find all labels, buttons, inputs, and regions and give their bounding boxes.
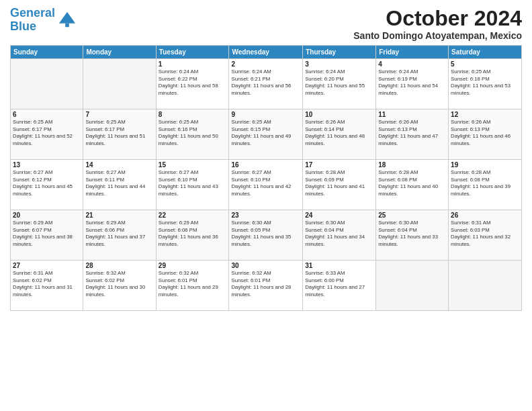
title-block: October 2024 Santo Domingo Atoyatempan, … — [353, 7, 522, 41]
day-info: Sunrise: 6:30 AMSunset: 6:04 PMDaylight:… — [378, 220, 446, 248]
col-wednesday: Wednesday — [229, 46, 303, 59]
table-row: 30Sunrise: 6:32 AMSunset: 6:01 PMDayligh… — [229, 261, 303, 311]
day-number: 20 — [13, 212, 81, 219]
svg-rect-1 — [65, 23, 69, 27]
table-row: 26Sunrise: 6:31 AMSunset: 6:03 PMDayligh… — [449, 210, 522, 261]
table-row: 24Sunrise: 6:30 AMSunset: 6:04 PMDayligh… — [303, 210, 376, 261]
calendar-week-row: 1Sunrise: 6:24 AMSunset: 6:22 PMDaylight… — [11, 59, 522, 109]
col-thursday: Thursday — [303, 46, 376, 59]
svg-marker-0 — [59, 12, 75, 24]
table-row: 8Sunrise: 6:25 AMSunset: 6:16 PMDaylight… — [156, 109, 229, 160]
header: General Blue October 2024 Santo Domingo … — [10, 7, 522, 41]
table-row: 3Sunrise: 6:24 AMSunset: 6:20 PMDaylight… — [303, 59, 376, 109]
day-info: Sunrise: 6:24 AMSunset: 6:19 PMDaylight:… — [378, 68, 446, 97]
day-info: Sunrise: 6:30 AMSunset: 6:04 PMDaylight:… — [305, 220, 373, 248]
day-number: 8 — [159, 111, 227, 118]
table-row: 1Sunrise: 6:24 AMSunset: 6:22 PMDaylight… — [156, 59, 229, 109]
day-info: Sunrise: 6:25 AMSunset: 6:18 PMDaylight:… — [451, 68, 519, 97]
calendar-week-row: 20Sunrise: 6:29 AMSunset: 6:07 PMDayligh… — [11, 210, 522, 261]
day-info: Sunrise: 6:28 AMSunset: 6:09 PMDaylight:… — [305, 169, 373, 197]
day-number: 19 — [451, 161, 519, 169]
table-row: 25Sunrise: 6:30 AMSunset: 6:04 PMDayligh… — [376, 210, 449, 261]
day-info: Sunrise: 6:29 AMSunset: 6:06 PMDaylight:… — [159, 220, 227, 248]
location-title: Santo Domingo Atoyatempan, Mexico — [353, 30, 522, 41]
table-row: 12Sunrise: 6:26 AMSunset: 6:13 PMDayligh… — [449, 109, 522, 160]
day-number: 14 — [85, 161, 153, 169]
col-sunday: Sunday — [11, 46, 83, 59]
day-info: Sunrise: 6:28 AMSunset: 6:08 PMDaylight:… — [378, 169, 446, 197]
day-info: Sunrise: 6:25 AMSunset: 6:15 PMDaylight:… — [231, 119, 300, 147]
day-info: Sunrise: 6:26 AMSunset: 6:13 PMDaylight:… — [378, 119, 446, 147]
month-title: October 2024 — [353, 7, 522, 30]
table-row — [83, 59, 156, 109]
table-row — [11, 59, 83, 109]
day-info: Sunrise: 6:33 AMSunset: 6:00 PMDaylight:… — [305, 270, 373, 298]
day-info: Sunrise: 6:24 AMSunset: 6:21 PMDaylight:… — [231, 68, 300, 97]
day-info: Sunrise: 6:25 AMSunset: 6:17 PMDaylight:… — [13, 119, 81, 147]
day-info: Sunrise: 6:29 AMSunset: 6:06 PMDaylight:… — [85, 220, 153, 248]
table-row: 20Sunrise: 6:29 AMSunset: 6:07 PMDayligh… — [11, 210, 83, 261]
table-row: 19Sunrise: 6:28 AMSunset: 6:08 PMDayligh… — [449, 160, 522, 210]
col-tuesday: Tuesday — [156, 46, 229, 59]
day-info: Sunrise: 6:27 AMSunset: 6:10 PMDaylight:… — [231, 169, 300, 197]
table-row: 9Sunrise: 6:25 AMSunset: 6:15 PMDaylight… — [229, 109, 303, 160]
day-info: Sunrise: 6:32 AMSunset: 6:01 PMDaylight:… — [231, 270, 300, 298]
col-saturday: Saturday — [449, 46, 522, 59]
table-row: 6Sunrise: 6:25 AMSunset: 6:17 PMDaylight… — [11, 109, 83, 160]
day-number: 30 — [231, 262, 300, 269]
day-number: 3 — [305, 60, 373, 68]
day-number: 10 — [305, 111, 373, 118]
day-info: Sunrise: 6:31 AMSunset: 6:03 PMDaylight:… — [451, 220, 519, 248]
table-row: 13Sunrise: 6:27 AMSunset: 6:12 PMDayligh… — [11, 160, 83, 210]
day-number: 17 — [305, 161, 373, 169]
day-number: 11 — [378, 111, 446, 118]
day-number: 28 — [85, 262, 153, 269]
table-row: 22Sunrise: 6:29 AMSunset: 6:06 PMDayligh… — [156, 210, 229, 261]
day-number: 29 — [159, 262, 227, 269]
day-info: Sunrise: 6:26 AMSunset: 6:13 PMDaylight:… — [451, 119, 519, 147]
day-info: Sunrise: 6:32 AMSunset: 6:02 PMDaylight:… — [85, 270, 153, 298]
logo: General Blue — [10, 7, 77, 34]
table-row: 2Sunrise: 6:24 AMSunset: 6:21 PMDaylight… — [229, 59, 303, 109]
table-row: 5Sunrise: 6:25 AMSunset: 6:18 PMDaylight… — [449, 59, 522, 109]
table-row: 17Sunrise: 6:28 AMSunset: 6:09 PMDayligh… — [303, 160, 376, 210]
day-number: 16 — [231, 161, 300, 169]
table-row: 29Sunrise: 6:32 AMSunset: 6:01 PMDayligh… — [156, 261, 229, 311]
day-info: Sunrise: 6:27 AMSunset: 6:10 PMDaylight:… — [159, 169, 227, 197]
day-info: Sunrise: 6:24 AMSunset: 6:22 PMDaylight:… — [159, 68, 227, 97]
day-number: 27 — [13, 262, 81, 269]
day-number: 9 — [231, 111, 300, 118]
day-number: 23 — [231, 212, 300, 219]
day-info: Sunrise: 6:29 AMSunset: 6:07 PMDaylight:… — [13, 220, 81, 248]
logo-icon — [58, 11, 77, 30]
table-row — [376, 261, 449, 311]
day-number: 1 — [159, 60, 227, 68]
table-row: 14Sunrise: 6:27 AMSunset: 6:11 PMDayligh… — [83, 160, 156, 210]
day-number: 7 — [85, 111, 153, 118]
day-number: 31 — [305, 262, 373, 269]
day-info: Sunrise: 6:25 AMSunset: 6:16 PMDaylight:… — [159, 119, 227, 147]
day-number: 26 — [451, 212, 519, 219]
calendar-week-row: 13Sunrise: 6:27 AMSunset: 6:12 PMDayligh… — [11, 160, 522, 210]
day-number: 2 — [231, 60, 300, 68]
day-info: Sunrise: 6:24 AMSunset: 6:20 PMDaylight:… — [305, 68, 373, 97]
table-row: 31Sunrise: 6:33 AMSunset: 6:00 PMDayligh… — [303, 261, 376, 311]
table-row: 10Sunrise: 6:26 AMSunset: 6:14 PMDayligh… — [303, 109, 376, 160]
table-row: 15Sunrise: 6:27 AMSunset: 6:10 PMDayligh… — [156, 160, 229, 210]
table-row: 4Sunrise: 6:24 AMSunset: 6:19 PMDaylight… — [376, 59, 449, 109]
table-row: 21Sunrise: 6:29 AMSunset: 6:06 PMDayligh… — [83, 210, 156, 261]
day-info: Sunrise: 6:28 AMSunset: 6:08 PMDaylight:… — [451, 169, 519, 197]
table-row: 28Sunrise: 6:32 AMSunset: 6:02 PMDayligh… — [83, 261, 156, 311]
col-friday: Friday — [376, 46, 449, 59]
table-row: 7Sunrise: 6:25 AMSunset: 6:17 PMDaylight… — [83, 109, 156, 160]
table-row: 18Sunrise: 6:28 AMSunset: 6:08 PMDayligh… — [376, 160, 449, 210]
table-row — [449, 261, 522, 311]
day-info: Sunrise: 6:27 AMSunset: 6:12 PMDaylight:… — [13, 169, 81, 197]
logo-line2: Blue — [10, 19, 36, 33]
day-number: 24 — [305, 212, 373, 219]
day-number: 25 — [378, 212, 446, 219]
day-info: Sunrise: 6:30 AMSunset: 6:05 PMDaylight:… — [231, 220, 300, 248]
calendar-week-row: 6Sunrise: 6:25 AMSunset: 6:17 PMDaylight… — [11, 109, 522, 160]
table-row: 27Sunrise: 6:31 AMSunset: 6:02 PMDayligh… — [11, 261, 83, 311]
day-number: 13 — [13, 161, 81, 169]
